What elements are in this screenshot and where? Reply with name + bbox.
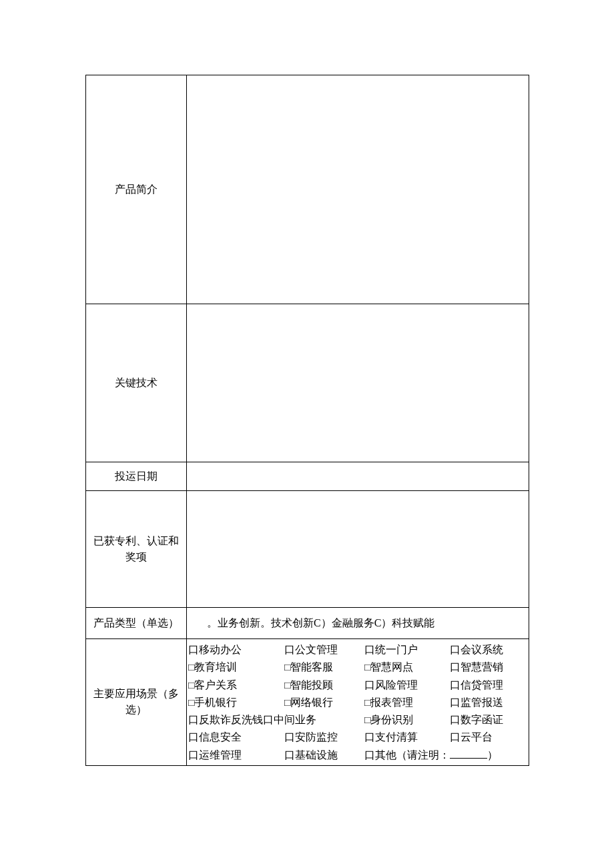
checkbox-regulatory-report[interactable]: 口监管报送 [450,695,525,710]
checkbox-payment-settlement[interactable]: 口支付清算 [364,729,450,745]
other-input-line[interactable] [450,747,487,759]
input-key-tech[interactable] [187,304,529,462]
row-product-type: 产品类型（单选） 。业务创新。技术创新C）金融服务C）科技赋能 [86,608,529,639]
scene-row: □客户关系 □智能投顾 口风险管理 口信贷管理 [188,677,525,693]
checkbox-other[interactable]: 口其他（请注明：） [364,747,525,763]
scene-row: □教育培训 □智能客服 □智慧网点 口智慧营销 [188,659,525,675]
row-key-tech: 关键技术 [86,304,529,462]
row-product-intro: 产品简介 [86,75,529,304]
checkbox-identity[interactable]: □身份识别 [364,712,450,727]
label-product-intro: 产品简介 [86,75,187,304]
checkbox-infrastructure[interactable]: 口基础设施 [284,747,364,763]
checkbox-info-security[interactable]: 口信息安全 [188,729,284,745]
input-operation-date[interactable] [187,462,529,491]
checkbox-risk-mgmt[interactable]: 口风险管理 [364,677,450,693]
checkbox-document-mgmt[interactable]: 口公文管理 [284,642,364,657]
input-patents[interactable] [187,491,529,608]
checkbox-other-label: 口其他（请注明： [364,749,450,761]
checkbox-ops-mgmt[interactable]: 口运维管理 [188,747,284,763]
checkbox-report-mgmt[interactable]: □报表管理 [364,695,450,710]
row-application-scenes: 主要应用场景（多选） 口移动办公 口公文管理 口统一门户 口会议系统 □教育培训… [86,639,529,766]
application-scenes-grid: 口移动办公 口公文管理 口统一门户 口会议系统 □教育培训 □智能客服 □智慧网… [187,639,529,766]
scene-row: 口运维管理 口基础设施 口其他（请注明：） [188,747,525,763]
checkbox-meeting-system[interactable]: 口会议系统 [450,642,525,657]
radio-financial-service[interactable]: C）金融服务 [314,617,374,628]
row-operation-date: 投运日期 [86,462,529,491]
checkbox-smart-advisor[interactable]: □智能投顾 [284,677,364,693]
product-type-options: 。业务创新。技术创新C）金融服务C）科技赋能 [187,608,529,639]
checkbox-customer-relation[interactable]: □客户关系 [188,677,284,693]
checkbox-smart-branch[interactable]: □智慧网点 [364,659,450,675]
label-operation-date: 投运日期 [86,462,187,491]
scene-row: 口反欺诈反洗钱口中间业务 □身份识别 口数字函证 [188,712,525,727]
form-table: 产品简介 关键技术 投运日期 已获专利、认证和奖项 产品类型（单选） 。业务创新… [85,75,529,766]
form-table-container: 产品简介 关键技术 投运日期 已获专利、认证和奖项 产品类型（单选） 。业务创新… [85,75,529,766]
checkbox-unified-portal[interactable]: 口统一门户 [364,642,450,657]
checkbox-other-close: ） [487,749,498,761]
row-patents: 已获专利、认证和奖项 [86,491,529,608]
input-product-intro[interactable] [187,75,529,304]
checkbox-antifraud-aml-mid[interactable]: 口反欺诈反洗钱口中间业务 [188,712,364,727]
checkbox-smart-marketing[interactable]: 口智慧营销 [450,659,525,675]
radio-tech-empower[interactable]: C）科技赋能 [374,617,435,628]
label-patents: 已获专利、认证和奖项 [86,491,187,608]
radio-business-innovation[interactable]: 。业务创新 [207,617,260,628]
checkbox-security-monitor[interactable]: 口安防监控 [284,729,364,745]
checkbox-digital-cert[interactable]: 口数字函证 [450,712,525,727]
radio-tech-innovation[interactable]: 。技术创新 [260,617,314,628]
scene-row: 口信息安全 口安防监控 口支付清算 口云平台 [188,729,525,745]
checkbox-mobile-banking[interactable]: □手机银行 [188,695,284,710]
label-product-type: 产品类型（单选） [86,608,187,639]
checkbox-cloud-platform[interactable]: 口云平台 [450,729,525,745]
checkbox-mobile-office[interactable]: 口移动办公 [188,642,284,657]
scene-row: □手机银行 □网络银行 □报表管理 口监管报送 [188,695,525,710]
checkbox-education-training[interactable]: □教育培训 [188,659,284,675]
checkbox-smart-service[interactable]: □智能客服 [284,659,364,675]
label-key-tech: 关键技术 [86,304,187,462]
checkbox-credit-mgmt[interactable]: 口信贷管理 [450,677,525,693]
scene-row: 口移动办公 口公文管理 口统一门户 口会议系统 [188,642,525,657]
label-application-scenes: 主要应用场景（多选） [86,639,187,766]
checkbox-online-banking[interactable]: □网络银行 [284,695,364,710]
